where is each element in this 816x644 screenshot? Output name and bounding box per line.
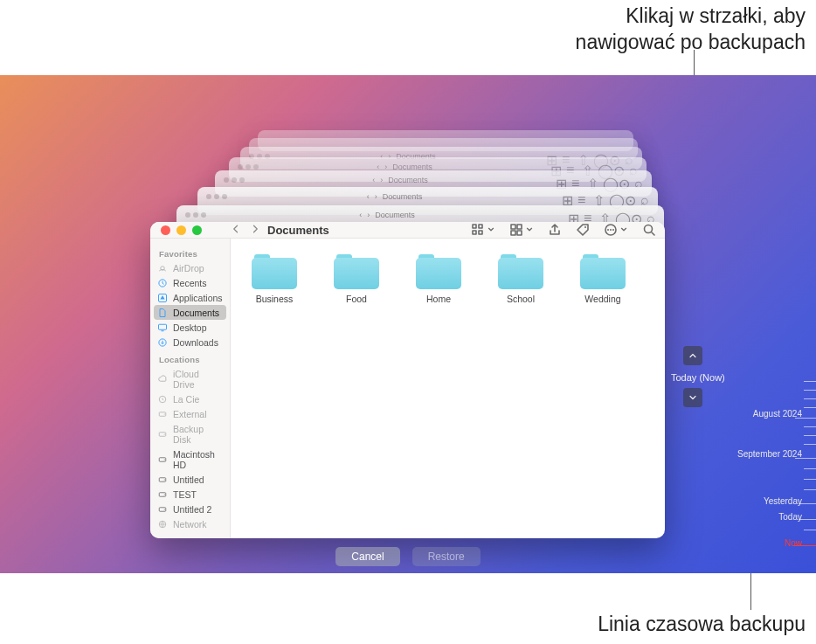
svg-point-25 <box>164 459 165 460</box>
bottom-button-bar: Cancel Restore <box>0 547 816 566</box>
backup-nav-up-button[interactable] <box>683 346 702 365</box>
sidebar-item-network[interactable]: Network <box>150 516 230 531</box>
disk-icon <box>157 474 168 485</box>
folder-label: Business <box>256 294 294 304</box>
sidebar-item-label: External <box>173 409 207 419</box>
sidebar-item-label: Downloads <box>173 337 218 348</box>
sidebar-section-tags: Tags <box>150 531 230 538</box>
airdrop-icon <box>157 263 168 274</box>
svg-rect-17 <box>159 324 167 329</box>
backup-timeline[interactable]: August 2024 September 2024 Yesterday Tod… <box>737 346 816 573</box>
share-button[interactable] <box>548 223 562 237</box>
close-icon[interactable] <box>161 225 170 235</box>
nav-back-button[interactable] <box>231 222 241 238</box>
doc-icon <box>157 308 168 318</box>
folder-icon <box>252 254 297 289</box>
sidebar-item-documents[interactable]: Documents <box>154 305 226 320</box>
timeline-yesterday: Yesterday <box>764 496 802 506</box>
finder-sidebar: Favorites AirDropRecentsApplicationsDocu… <box>150 239 231 538</box>
sidebar-item-test[interactable]: TEST <box>150 487 230 502</box>
svg-point-10 <box>607 229 609 231</box>
sidebar-item-downloads[interactable]: Downloads <box>150 335 230 350</box>
tag-button[interactable] <box>576 223 590 237</box>
sidebar-item-macintosh-hd[interactable]: Macintosh HD <box>150 447 230 472</box>
sidebar-item-label: La Cie <box>173 394 199 405</box>
sidebar-item-label: AirDrop <box>173 263 204 274</box>
group-by-button[interactable] <box>509 223 534 237</box>
disk-icon <box>157 504 168 515</box>
svg-point-12 <box>612 229 614 231</box>
callout-bottom-text: Linia czasowa backupu <box>598 612 806 638</box>
sidebar-item-la-cie[interactable]: La Cie <box>150 391 230 406</box>
timeline-today: Today <box>778 512 802 522</box>
folder-label: Food <box>346 294 367 304</box>
folder-wedding[interactable]: Wedding <box>575 254 631 304</box>
folder-school[interactable]: School <box>493 254 549 304</box>
sidebar-item-external[interactable]: External <box>150 406 230 421</box>
callout-top-text: Klikaj w strzałki, aby nawigować po back… <box>576 3 806 56</box>
finder-content[interactable]: Business Food Home School Wedding <box>231 239 665 538</box>
folder-home[interactable]: Home <box>411 254 467 304</box>
zoom-icon[interactable] <box>192 225 202 235</box>
sidebar-item-label: iCloud Drive <box>173 369 223 390</box>
time-machine-desktop: // will be generated after JSON parse se… <box>0 75 816 573</box>
download-icon <box>157 337 168 348</box>
sidebar-section-locations: Locations <box>150 350 230 366</box>
sidebar-item-label: Untitled 2 <box>173 504 211 515</box>
sidebar-item-untitled-2[interactable]: Untitled 2 <box>150 502 230 516</box>
cancel-button[interactable]: Cancel <box>335 547 399 566</box>
svg-point-23 <box>164 433 165 434</box>
globe-icon <box>157 519 168 530</box>
folder-icon <box>580 254 626 289</box>
svg-rect-2 <box>473 231 476 234</box>
folder-label: Home <box>426 294 451 304</box>
svg-rect-1 <box>479 225 482 228</box>
svg-rect-5 <box>517 225 522 229</box>
svg-point-21 <box>164 413 165 414</box>
nav-forward-button[interactable] <box>250 222 260 238</box>
sidebar-item-icloud-drive[interactable]: iCloud Drive <box>150 366 230 391</box>
desktop-icon <box>157 322 168 333</box>
folder-label: Wedding <box>584 294 620 304</box>
sidebar-item-backup-disk[interactable]: Backup Disk <box>150 421 230 447</box>
svg-point-11 <box>610 229 612 231</box>
backup-current-label: Today (Now) <box>671 372 725 383</box>
cloud-icon <box>157 374 168 384</box>
sidebar-item-label: Applications <box>173 293 223 303</box>
sidebar-item-untitled[interactable]: Untitled <box>150 472 230 487</box>
folder-business[interactable]: Business <box>246 254 302 304</box>
sidebar-item-label: TEST <box>173 489 197 500</box>
svg-point-29 <box>164 494 165 495</box>
disk-icon <box>157 489 168 500</box>
restore-button[interactable]: Restore <box>412 547 481 566</box>
sidebar-item-desktop[interactable]: Desktop <box>150 320 230 335</box>
svg-point-27 <box>164 479 165 480</box>
window-controls[interactable] <box>161 225 224 235</box>
minimize-icon[interactable] <box>176 225 186 235</box>
backup-nav-down-button[interactable] <box>683 388 702 407</box>
sidebar-item-label: Recents <box>173 278 207 288</box>
svg-rect-6 <box>511 231 515 235</box>
sidebar-item-recents[interactable]: Recents <box>150 275 230 290</box>
finder-titlebar: Documents <box>150 222 665 239</box>
timeline-month-2: September 2024 <box>737 449 802 459</box>
search-button[interactable] <box>642 223 656 237</box>
folder-icon <box>416 254 461 289</box>
folder-icon <box>334 254 379 289</box>
clock-sm-icon <box>157 394 168 405</box>
svg-rect-4 <box>511 225 515 229</box>
svg-point-8 <box>584 226 586 228</box>
folder-icon <box>498 254 543 289</box>
svg-point-13 <box>645 225 653 233</box>
finder-window: Documents <box>150 222 665 538</box>
more-button[interactable] <box>604 223 628 237</box>
sidebar-section-favorites: Favorites <box>150 244 230 260</box>
sidebar-item-airdrop[interactable]: AirDrop <box>150 260 230 275</box>
clock-icon <box>157 278 168 288</box>
folder-food[interactable]: Food <box>328 254 384 304</box>
view-grid-button[interactable] <box>471 223 495 237</box>
svg-rect-3 <box>479 231 482 234</box>
sidebar-item-label: Documents <box>173 308 219 318</box>
sidebar-item-label: Macintosh HD <box>173 449 223 470</box>
sidebar-item-applications[interactable]: Applications <box>150 290 230 305</box>
